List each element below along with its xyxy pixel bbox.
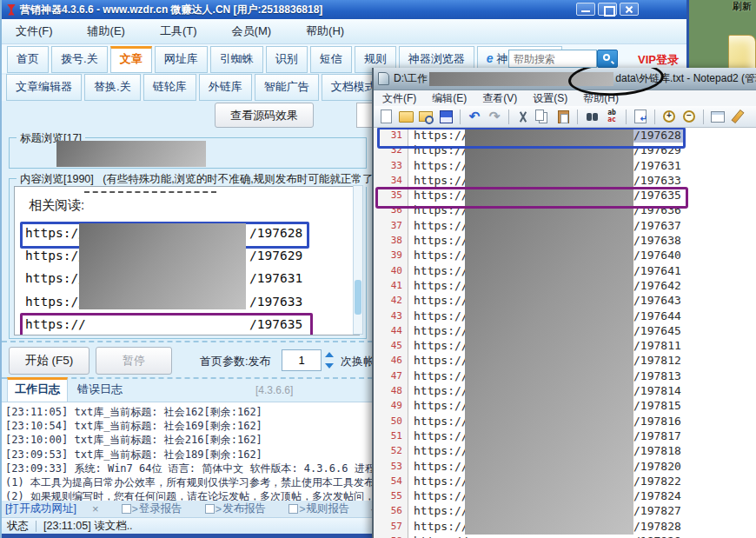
menu-item[interactable]: 工具(T) xyxy=(155,21,202,42)
url-prefix: https:// xyxy=(408,339,468,352)
spinner-down-icon[interactable] xyxy=(325,363,334,369)
line-number: 32 xyxy=(374,143,408,157)
url-suffix: /197638 xyxy=(632,233,683,248)
line-number: 58 xyxy=(374,534,408,538)
report-label: 登录报告 xyxy=(139,501,182,516)
secondary-tab[interactable]: 链轮库 xyxy=(143,74,196,101)
open-folder-icon[interactable] xyxy=(397,109,414,125)
content-preview-pane[interactable]: 相关阅读: https:// /197628 https:// /197629 … xyxy=(14,186,360,335)
search-in-file-icon[interactable] xyxy=(417,109,434,125)
url-suffix: /197631 xyxy=(249,267,302,289)
zoom-out-icon[interactable] xyxy=(680,109,698,125)
scrollbar-thumb[interactable] xyxy=(355,280,361,315)
line-number: 50 xyxy=(374,414,408,428)
redo-icon[interactable] xyxy=(486,109,503,125)
url-suffix: /197818 xyxy=(632,443,683,458)
desktop-icon[interactable] xyxy=(728,35,756,70)
secondary-tab[interactable]: 外链库 xyxy=(199,74,252,101)
primary-tab[interactable]: 文章 xyxy=(110,46,152,73)
url-suffix: /197633 xyxy=(249,290,302,313)
url-prefix: https:// xyxy=(408,219,468,232)
line-number: 56 xyxy=(374,503,408,518)
maximize-button[interactable] xyxy=(598,3,617,16)
sep[interactable] xyxy=(654,110,655,124)
copy-icon[interactable] xyxy=(534,109,552,125)
url-prefix: https:// xyxy=(408,294,468,307)
vip-login-link[interactable]: VIP登录 xyxy=(638,52,679,68)
menu-item[interactable]: 设置(S) xyxy=(531,90,569,108)
line-number: 48 xyxy=(374,383,408,398)
menu-item[interactable]: 帮助(H) xyxy=(581,90,620,108)
line-number: 34 xyxy=(374,173,408,188)
menu-item[interactable]: 帮助(H) xyxy=(301,21,349,42)
view-source-button[interactable]: 查看源码效果 xyxy=(215,103,314,128)
content-scrollbar[interactable] xyxy=(353,185,363,335)
undo-icon[interactable] xyxy=(466,109,483,125)
secondary-tab[interactable]: 替换.关 xyxy=(84,74,141,101)
line-number: 33 xyxy=(374,158,408,173)
url-prefix: https:// xyxy=(408,429,468,442)
primary-tab[interactable]: 引蜘蛛 xyxy=(210,46,263,73)
url-prefix: https:// xyxy=(408,399,468,412)
replace-icon[interactable] xyxy=(603,109,620,125)
checkbox-icon[interactable] xyxy=(288,504,298,514)
url-suffix: /197641 xyxy=(632,263,683,278)
cut-icon[interactable] xyxy=(514,109,532,125)
sep[interactable] xyxy=(460,110,461,124)
primary-tab[interactable]: 短信 xyxy=(310,46,352,73)
menu-item[interactable]: 辅助(E) xyxy=(83,21,130,42)
save-icon[interactable] xyxy=(437,109,454,125)
open-success-url-link[interactable]: [打开成功网址] xyxy=(5,501,76,516)
scheme-icon[interactable] xyxy=(709,109,726,125)
zoom-in-icon[interactable] xyxy=(660,109,678,125)
menu-item[interactable]: 查看(V) xyxy=(481,90,519,108)
line-number: 40 xyxy=(374,263,408,278)
paste-icon[interactable] xyxy=(554,109,572,125)
url-suffix: /197633 xyxy=(632,173,683,188)
find-icon[interactable] xyxy=(583,109,600,125)
report-checkbox-item[interactable]: > 发布报告 xyxy=(205,501,266,516)
sep[interactable] xyxy=(626,110,627,124)
wrap-icon[interactable] xyxy=(632,109,649,125)
primary-tab[interactable]: 首页 xyxy=(7,46,49,73)
primary-tab[interactable]: 拨号.关 xyxy=(51,46,108,73)
sep[interactable] xyxy=(508,110,509,124)
notepad-title-bar[interactable]: D:\工作 data\外链库.txt - Notepad2 (管理员) xyxy=(374,68,756,90)
report-checkbox-item[interactable]: > 规则报告 xyxy=(288,501,349,516)
notepad2-window: D:\工作 data\外链库.txt - Notepad2 (管理员) 文件(F… xyxy=(372,68,756,538)
menu-item[interactable]: 文件(F) xyxy=(10,21,58,42)
url-suffix: /197817 xyxy=(632,428,683,443)
url-row[interactable]: https:// /197635 xyxy=(22,313,314,335)
line-number: 45 xyxy=(374,338,408,353)
secondary-tab[interactable]: 智能广告 xyxy=(255,74,319,101)
primary-tab[interactable]: 识别 xyxy=(266,46,308,73)
new-file-icon[interactable] xyxy=(377,109,395,125)
menu-item[interactable]: 文件(F) xyxy=(381,90,418,108)
param-spinner-input[interactable] xyxy=(282,349,322,371)
url-prefix: https:// xyxy=(408,324,468,337)
log-tab[interactable]: 错误日志 xyxy=(70,378,129,402)
editor-area[interactable]: 31 https:// /197628 32 https:// /197629 xyxy=(374,128,756,538)
sep[interactable] xyxy=(703,110,704,124)
menu-item[interactable]: 编辑(E) xyxy=(430,90,468,108)
search-button[interactable] xyxy=(597,50,618,68)
help-search-input[interactable] xyxy=(508,50,597,68)
primary-tab[interactable]: 网址库 xyxy=(155,46,208,73)
line-number: 55 xyxy=(374,488,408,503)
menu-item[interactable]: 会员(M) xyxy=(227,21,277,42)
url-suffix: /197827 xyxy=(632,503,683,518)
sep[interactable] xyxy=(577,110,578,124)
checkbox-icon[interactable] xyxy=(122,504,131,514)
log-tab[interactable]: 工作日志 xyxy=(7,377,68,402)
checkbox-icon[interactable] xyxy=(205,504,215,514)
pause-button[interactable]: 暂停 xyxy=(96,347,172,375)
close-button[interactable] xyxy=(620,3,639,16)
start-button[interactable]: 开始 (F5) xyxy=(9,347,90,375)
secondary-tab[interactable]: 文章编辑器 xyxy=(6,74,82,101)
title-browse-group: 标题浏览[17] xyxy=(9,137,367,169)
spinner-up-icon[interactable] xyxy=(325,352,334,357)
edit-pencil-icon[interactable] xyxy=(729,109,746,125)
report-checkbox-item[interactable]: > 登录报告 xyxy=(122,501,182,516)
minimize-button[interactable] xyxy=(576,3,595,16)
close-x-icon[interactable]: × xyxy=(92,502,99,515)
